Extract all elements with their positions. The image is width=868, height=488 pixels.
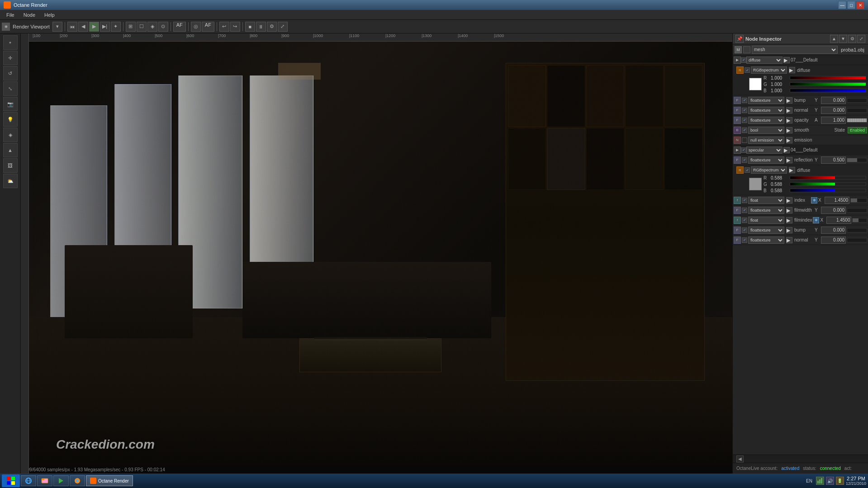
sidebar-env-btn[interactable]: ⛅ (3, 174, 18, 188)
toolbar-icon-btn[interactable]: ◉ (2, 23, 10, 31)
ni-value-bump2[interactable] (821, 227, 846, 234)
ni-type-specular[interactable]: specular (746, 147, 783, 154)
ni-check-bump2[interactable]: ✓ (742, 227, 747, 233)
menu-file[interactable]: File (2, 11, 19, 19)
taskbar-media[interactable] (53, 475, 69, 486)
ni-slider-opacity[interactable] (847, 118, 867, 123)
menu-help[interactable]: Help (40, 11, 59, 19)
ni-color-swatch[interactable] (749, 78, 762, 90)
ni-slider-filmwidth[interactable] (847, 208, 867, 213)
ni-type-emission[interactable]: null emission (748, 137, 784, 144)
taskbar-octane[interactable]: Octane Render (86, 475, 133, 486)
toolbar-prev-btn[interactable]: ◀ (78, 22, 88, 32)
toolbar-af2-btn[interactable]: AF (202, 22, 214, 32)
ni-check-rgb[interactable]: ✓ (745, 67, 750, 73)
ni-type-reflection[interactable]: floattexture (748, 156, 784, 164)
ni-type-index[interactable]: float (748, 197, 784, 204)
toolbar-pause-btn[interactable]: ⏸ (256, 22, 266, 32)
sidebar-select-btn[interactable]: ● (3, 35, 18, 50)
ni-settings-btn[interactable]: ⚙ (848, 35, 856, 43)
ni-value-reflection[interactable] (821, 156, 846, 164)
ni-value-opacity[interactable] (821, 117, 846, 124)
toolbar-expand-btn[interactable]: ▾ (52, 22, 62, 32)
ni-check-emission[interactable] (742, 137, 747, 143)
toolbar-next-btn[interactable]: ▶| (100, 22, 110, 32)
close-button[interactable]: ✕ (856, 1, 864, 9)
ni-check-filmindex[interactable]: ✓ (742, 218, 747, 223)
toolbar-obj-btn[interactable]: ☐ (137, 22, 147, 32)
minimize-button[interactable]: — (838, 1, 846, 9)
toolbar-undo-btn[interactable]: ↩ (219, 22, 229, 32)
ni-value-filmwidth[interactable] (821, 207, 846, 214)
ni-check-reflection[interactable]: ✓ (742, 157, 747, 163)
sidebar-move-btn[interactable]: ✛ (3, 51, 18, 65)
toolbar-select-btn[interactable]: ✦ (111, 22, 121, 32)
sidebar-rotate-btn[interactable]: ↺ (3, 66, 18, 81)
ni-type-smooth[interactable]: bool (748, 127, 784, 134)
ni-pin-btn[interactable]: 📌 (735, 35, 744, 43)
sidebar-camera-btn[interactable]: 📷 (3, 97, 18, 111)
ni-value-normal1[interactable] (821, 107, 846, 114)
ni-value-filmindex[interactable] (826, 217, 851, 224)
ni-collapse-btn[interactable]: ◀ (736, 455, 744, 463)
toolbar-obj3-btn[interactable]: ⊙ (158, 22, 168, 32)
ni-check-opacity[interactable]: ✓ (742, 118, 747, 123)
ni-check-filmwidth[interactable]: ✓ (742, 208, 747, 213)
sidebar-scale-btn[interactable]: ⤡ (3, 81, 18, 96)
ni-type-filmindex[interactable]: float (748, 217, 784, 224)
ni-check-normal2[interactable]: ✓ (742, 237, 747, 243)
ni-value-index[interactable] (825, 197, 849, 204)
ni-type-opacity[interactable]: floattexture (748, 117, 784, 124)
toolbar-af-btn[interactable]: AF (173, 22, 186, 32)
toolbar-start-btn[interactable]: ⏮ (67, 22, 77, 32)
maximize-button[interactable]: □ (847, 1, 855, 9)
ni-state-value[interactable]: Enabled (848, 127, 867, 133)
ni-type-diffuse[interactable]: diffuse (746, 57, 783, 64)
ni-check-index[interactable]: ✓ (742, 198, 747, 203)
taskbar-ie[interactable] (21, 475, 36, 486)
toolbar-play-btn[interactable]: ▶ (89, 22, 99, 32)
toolbar-obj2-btn[interactable]: ◈ (147, 22, 157, 32)
ni-type-filmwidth[interactable]: floattexture (748, 207, 784, 214)
ni-type-rgb[interactable]: RGBspectrum (751, 66, 787, 74)
ni-type-bump1[interactable]: floattexture (748, 97, 784, 104)
ni-slider-reflection[interactable] (847, 158, 867, 162)
ni-down-btn[interactable]: ▼ (839, 35, 847, 43)
ni-mesh-check[interactable] (743, 46, 750, 53)
ni-color-swatch2[interactable] (749, 178, 762, 190)
sidebar-material-btn[interactable]: ◈ (3, 128, 18, 142)
sidebar-image-btn[interactable]: 🖼 (3, 158, 18, 173)
toolbar-settings-btn[interactable]: ⚙ (267, 22, 277, 32)
taskbar-explorer[interactable] (37, 475, 52, 486)
ni-slider-normal1[interactable] (847, 108, 867, 113)
ni-mesh-type-select[interactable]: mesh (752, 46, 838, 54)
ni-check-specular[interactable]: ✓ (741, 147, 746, 153)
taskbar-firefox[interactable] (70, 475, 85, 486)
ni-type-normal2[interactable]: floattexture (748, 237, 784, 244)
ni-check-bump1[interactable]: ✓ (742, 98, 747, 103)
toolbar-expand2-btn[interactable]: ⤢ (278, 22, 288, 32)
ni-slider-index[interactable] (850, 198, 867, 203)
toolbar-redo-btn[interactable]: ↪ (230, 22, 240, 32)
ni-type-rgb2[interactable]: RGBspectrum (751, 166, 787, 174)
ni-check-rgb2[interactable]: ✓ (745, 167, 750, 173)
start-button[interactable] (2, 474, 20, 487)
toolbar-stop-btn[interactable]: ■ (245, 22, 255, 32)
ni-slider-normal2[interactable] (847, 238, 867, 242)
ni-check-normal1[interactable]: ✓ (742, 108, 747, 113)
ni-expand-filmindex[interactable]: ⊕ (813, 217, 819, 223)
ni-expand-index[interactable]: ⊕ (811, 197, 817, 204)
ni-type-bump2[interactable]: floattexture (748, 227, 784, 234)
sidebar-render-btn[interactable]: ▲ (3, 143, 18, 157)
sidebar-light-btn[interactable]: 💡 (3, 112, 18, 127)
ni-up-btn[interactable]: ▲ (830, 35, 838, 43)
toolbar-grid-btn[interactable]: ⊞ (126, 22, 136, 32)
ni-type-normal1[interactable]: floattexture (748, 107, 784, 114)
ni-check-diffuse[interactable]: ✓ (741, 57, 746, 63)
toolbar-cam-btn[interactable]: ◎ (191, 22, 201, 32)
menu-node[interactable]: Node (19, 11, 40, 19)
ni-value-bump1[interactable] (821, 97, 846, 104)
ni-check-smooth[interactable]: ✓ (742, 128, 747, 133)
ni-slider-filmindex[interactable] (852, 218, 867, 223)
ni-slider-bump1[interactable] (847, 98, 867, 103)
